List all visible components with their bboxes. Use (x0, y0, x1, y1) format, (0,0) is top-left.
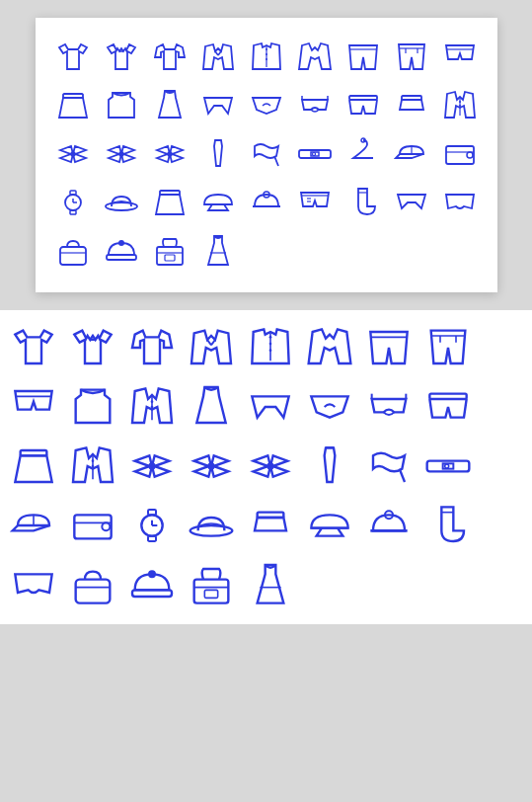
skirt2-icon (146, 179, 193, 226)
panties-lg-icon (4, 555, 63, 614)
totebag-icon (146, 227, 193, 275)
cap-lg-icon (4, 496, 63, 555)
bowtie2-icon (98, 130, 145, 178)
bottom-icon-grid (4, 318, 528, 614)
jeans-icon (388, 34, 435, 81)
shorts-lg-icon (4, 377, 63, 437)
bikini-bottom-icon (388, 179, 435, 226)
panties-icon (436, 179, 484, 226)
briefs-lg-icon (241, 377, 300, 437)
skirt-lg-icon (4, 437, 63, 496)
bowtie2-lg-icon (182, 437, 241, 496)
coat-lg-icon (300, 318, 359, 377)
belt-lg-icon (418, 437, 477, 496)
skirt-icon (49, 82, 97, 129)
polo-lg-icon (63, 318, 122, 377)
pants-icon (340, 34, 387, 81)
bowtie3-icon (146, 130, 193, 178)
miniskirt-lg-icon (241, 496, 300, 555)
coat-icon (291, 34, 339, 81)
totebag-lg-icon (182, 555, 241, 614)
polo-icon (98, 34, 145, 81)
bowtie3-lg-icon (241, 437, 300, 496)
tshirt-lg-icon (4, 318, 63, 377)
btnshirt-icon (243, 34, 290, 81)
swimshorts-icon (291, 179, 339, 226)
belt-icon (291, 130, 339, 178)
suit-icon (194, 34, 242, 81)
tank-lg-icon (63, 377, 122, 437)
top-icon-grid (49, 34, 484, 275)
top-card (36, 18, 497, 292)
longsleeve-icon (146, 34, 193, 81)
sock-icon (340, 179, 387, 226)
bra-lg-icon (359, 377, 418, 437)
tank-icon (98, 82, 145, 129)
fedora-lg-icon (182, 496, 241, 555)
pants-lg-icon (359, 318, 418, 377)
handbag-icon (49, 227, 97, 275)
tuxedo2-lg-icon (63, 437, 122, 496)
dress-lg-icon (182, 377, 241, 437)
boxers-icon (340, 82, 387, 129)
scarf-icon (243, 130, 290, 178)
jeans-lg-icon (418, 318, 477, 377)
bottom-section (0, 310, 532, 624)
bowtie-lg-icon (122, 437, 182, 496)
capfront-icon (194, 179, 242, 226)
watch-lg-icon (122, 496, 182, 555)
bra-icon (291, 82, 339, 129)
fedora-icon (98, 179, 145, 226)
tuxedo-lg-icon (122, 377, 182, 437)
wallet-icon (436, 130, 484, 178)
tuxedo-icon (436, 82, 484, 129)
tshirt-icon (49, 34, 97, 81)
hanger-icon (340, 130, 387, 178)
beanie-lg-icon (359, 496, 418, 555)
eveningdress-lg-icon (241, 555, 300, 614)
btnshirt-lg-icon (241, 318, 300, 377)
bowtie1-icon (49, 130, 97, 178)
sock-lg-icon (418, 496, 477, 555)
thong-lg-icon (300, 377, 359, 437)
tie-icon (194, 130, 242, 178)
cap-icon (388, 130, 435, 178)
shorts-icon (436, 34, 484, 81)
briefs-icon (194, 82, 242, 129)
scarf-lg-icon (359, 437, 418, 496)
boxers-lg-icon (418, 377, 477, 437)
dress-icon (146, 82, 193, 129)
handbag-lg-icon (63, 555, 122, 614)
winterhat-icon (98, 227, 145, 275)
thong-icon (243, 82, 290, 129)
suit-lg-icon (182, 318, 241, 377)
watch-icon (49, 179, 97, 226)
beanie-icon (243, 179, 290, 226)
eveningdress-icon (194, 227, 242, 275)
wallet-lg-icon (63, 496, 122, 555)
tie-lg-icon (300, 437, 359, 496)
app-container (0, 18, 532, 802)
capfront-lg-icon (300, 496, 359, 555)
winterhat-lg-icon (122, 555, 182, 614)
miniskirt-icon (388, 82, 435, 129)
longsleeve-lg-icon (122, 318, 182, 377)
